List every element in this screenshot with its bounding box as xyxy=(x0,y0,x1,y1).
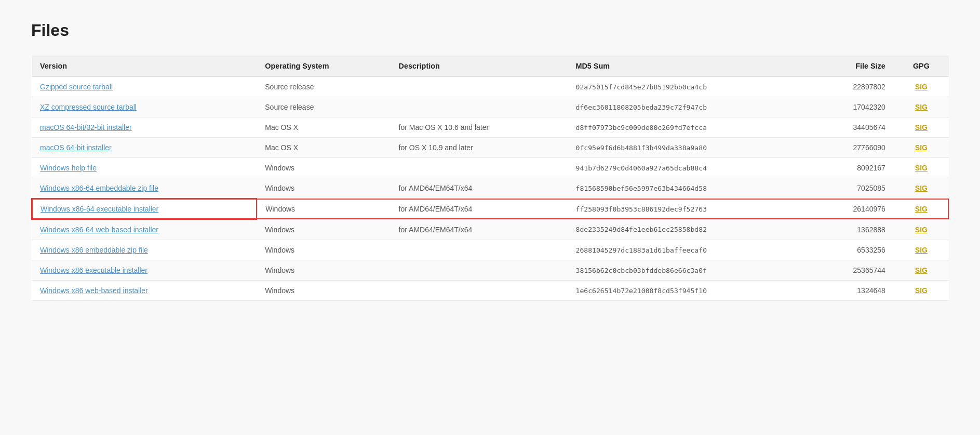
table-row: macOS 64-bit installerMac OS Xfor OS X 1… xyxy=(32,138,949,158)
version-cell: Windows x86 embeddable zip file xyxy=(32,240,257,260)
file-version-link[interactable]: Windows x86 executable installer xyxy=(40,266,147,274)
description-cell: for AMD64/EM64T/x64 xyxy=(391,219,568,240)
filesize-cell: 34405674 xyxy=(812,117,893,138)
version-cell: macOS 64-bit installer xyxy=(32,138,257,158)
files-table: Version Operating System Description MD5… xyxy=(31,56,949,301)
gpg-cell: SIG xyxy=(894,199,949,219)
description-header: Description xyxy=(391,56,568,77)
version-cell: Windows x86-64 embeddable zip file xyxy=(32,178,257,199)
file-version-link[interactable]: Windows x86-64 executable installer xyxy=(41,205,158,213)
md5-cell: 26881045297dc1883a1d61baffeecaf0 xyxy=(567,240,812,260)
gpg-cell: SIG xyxy=(894,219,949,240)
version-cell: Gzipped source tarball xyxy=(32,77,257,97)
file-version-link[interactable]: Gzipped source tarball xyxy=(40,83,113,91)
gpg-cell: SIG xyxy=(894,240,949,260)
gpg-cell: SIG xyxy=(894,138,949,158)
gpg-cell: SIG xyxy=(894,117,949,138)
sig-link[interactable]: SIG xyxy=(915,286,928,295)
os-cell: Mac OS X xyxy=(257,138,390,158)
md5-cell: 8de2335249d84fe1eeb61ec25858bd82 xyxy=(567,219,812,240)
file-version-link[interactable]: Windows x86 web-based installer xyxy=(40,286,148,295)
md5-cell: 1e6c626514b72e21008f8cd53f945f10 xyxy=(567,281,812,301)
os-cell: Windows xyxy=(257,158,390,178)
md5-cell: 0fc95e9f6d6b4881f3b499da338a9a80 xyxy=(567,138,812,158)
os-cell: Source release xyxy=(257,77,390,97)
md5-cell: 941b7d6279c0d4060a927a65dcab88c4 xyxy=(567,158,812,178)
table-row: Windows x86 web-based installerWindows1e… xyxy=(32,281,949,301)
filesize-cell: 22897802 xyxy=(812,77,893,97)
gpg-header: GPG xyxy=(894,56,949,77)
file-version-link[interactable]: Windows x86-64 embeddable zip file xyxy=(40,184,158,192)
table-row: Windows x86 embeddable zip fileWindows26… xyxy=(32,240,949,260)
os-cell: Mac OS X xyxy=(257,117,390,138)
page-title: Files xyxy=(31,21,949,40)
md5-cell: d8ff07973bc9c009de80c269fd7efcca xyxy=(567,117,812,138)
description-cell: for AMD64/EM64T/x64 xyxy=(391,199,568,219)
os-cell: Windows xyxy=(257,219,390,240)
sig-link[interactable]: SIG xyxy=(915,266,928,274)
md5-header: MD5 Sum xyxy=(567,56,812,77)
gpg-cell: SIG xyxy=(894,97,949,117)
md5-cell: 02a75015f7cd845e27b85192bb0ca4cb xyxy=(567,77,812,97)
version-header: Version xyxy=(32,56,257,77)
file-version-link[interactable]: macOS 64-bit/32-bit installer xyxy=(40,123,132,131)
filesize-cell: 1362888 xyxy=(812,219,893,240)
sig-link[interactable]: SIG xyxy=(915,164,928,172)
filesize-cell: 27766090 xyxy=(812,138,893,158)
table-row: macOS 64-bit/32-bit installerMac OS Xfor… xyxy=(32,117,949,138)
md5-cell: f81568590bef56e5997e63b434664d58 xyxy=(567,178,812,199)
gpg-cell: SIG xyxy=(894,158,949,178)
filesize-cell: 7025085 xyxy=(812,178,893,199)
os-cell: Windows xyxy=(257,260,390,281)
filesize-cell: 25365744 xyxy=(812,260,893,281)
filesize-cell: 8092167 xyxy=(812,158,893,178)
filesize-cell: 1324648 xyxy=(812,281,893,301)
version-cell: macOS 64-bit/32-bit installer xyxy=(32,117,257,138)
description-cell xyxy=(391,158,568,178)
os-cell: Windows xyxy=(257,199,390,219)
filesize-cell: 17042320 xyxy=(812,97,893,117)
gpg-cell: SIG xyxy=(894,281,949,301)
file-version-link[interactable]: Windows help file xyxy=(40,164,97,172)
filesize-header: File Size xyxy=(812,56,893,77)
version-cell: Windows x86-64 web-based installer xyxy=(32,219,257,240)
table-row: Windows x86-64 web-based installerWindow… xyxy=(32,219,949,240)
filesize-cell: 26140976 xyxy=(812,199,893,219)
sig-link[interactable]: SIG xyxy=(915,123,928,131)
file-version-link[interactable]: macOS 64-bit installer xyxy=(40,143,112,152)
description-cell: for Mac OS X 10.6 and later xyxy=(391,117,568,138)
sig-link[interactable]: SIG xyxy=(915,143,928,152)
table-row: Windows x86-64 embeddable zip fileWindow… xyxy=(32,178,949,199)
table-row: Windows help fileWindows941b7d6279c0d406… xyxy=(32,158,949,178)
gpg-cell: SIG xyxy=(894,77,949,97)
description-cell: for AMD64/EM64T/x64 xyxy=(391,178,568,199)
description-cell xyxy=(391,77,568,97)
version-cell: Windows help file xyxy=(32,158,257,178)
description-cell xyxy=(391,281,568,301)
gpg-cell: SIG xyxy=(894,178,949,199)
table-row: XZ compressed source tarballSource relea… xyxy=(32,97,949,117)
table-row: Windows x86-64 executable installerWindo… xyxy=(32,199,949,219)
description-cell xyxy=(391,240,568,260)
table-header-row: Version Operating System Description MD5… xyxy=(32,56,949,77)
gpg-cell: SIG xyxy=(894,260,949,281)
md5-cell: df6ec36011808205beda239c72f947cb xyxy=(567,97,812,117)
version-cell: Windows x86 executable installer xyxy=(32,260,257,281)
sig-link[interactable]: SIG xyxy=(915,246,928,254)
sig-link[interactable]: SIG xyxy=(915,226,928,234)
sig-link[interactable]: SIG xyxy=(915,184,928,192)
os-cell: Windows xyxy=(257,281,390,301)
os-cell: Windows xyxy=(257,240,390,260)
sig-link[interactable]: SIG xyxy=(915,103,928,111)
table-row: Windows x86 executable installerWindows3… xyxy=(32,260,949,281)
md5-cell: 38156b62c0cbcb03bfddeb86e66c3a0f xyxy=(567,260,812,281)
version-cell: Windows x86 web-based installer xyxy=(32,281,257,301)
description-cell xyxy=(391,97,568,117)
sig-link[interactable]: SIG xyxy=(915,83,928,91)
file-version-link[interactable]: XZ compressed source tarball xyxy=(40,103,137,111)
version-cell: XZ compressed source tarball xyxy=(32,97,257,117)
version-cell: Windows x86-64 executable installer xyxy=(32,199,257,219)
file-version-link[interactable]: Windows x86-64 web-based installer xyxy=(40,226,158,234)
file-version-link[interactable]: Windows x86 embeddable zip file xyxy=(40,246,148,254)
sig-link[interactable]: SIG xyxy=(915,205,928,213)
